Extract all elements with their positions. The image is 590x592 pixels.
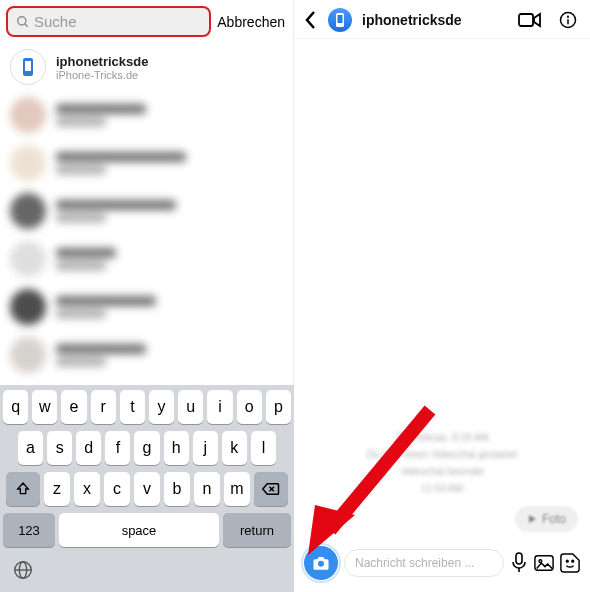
key-shift[interactable] <box>6 472 40 506</box>
key-o[interactable]: o <box>237 390 262 424</box>
svg-rect-3 <box>25 61 31 71</box>
key-e[interactable]: e <box>61 390 86 424</box>
search-header: Abbrechen <box>0 0 293 43</box>
key-u[interactable]: u <box>178 390 203 424</box>
system-message: Videochat beendet <box>400 466 483 477</box>
contact-row-blurred <box>0 331 293 379</box>
timestamp: 11:53 AM <box>421 483 463 494</box>
key-space[interactable]: space <box>59 513 219 547</box>
chat-pane: iphonetricksde 26. Februar, 8:16 AM Du h… <box>294 0 590 592</box>
key-v[interactable]: v <box>134 472 160 506</box>
key-a[interactable]: a <box>18 431 43 465</box>
contact-row[interactable]: iphonetricksde iPhone-Tricks.de <box>0 43 293 91</box>
key-b[interactable]: b <box>164 472 190 506</box>
key-q[interactable]: q <box>3 390 28 424</box>
svg-rect-11 <box>519 14 533 26</box>
svg-marker-12 <box>534 14 540 26</box>
globe-icon[interactable] <box>11 558 35 582</box>
gallery-icon[interactable] <box>534 554 554 572</box>
key-d[interactable]: d <box>76 431 101 465</box>
key-numbers[interactable]: 123 <box>3 513 55 547</box>
key-t[interactable]: t <box>120 390 145 424</box>
key-x[interactable]: x <box>74 472 100 506</box>
key-y[interactable]: y <box>149 390 174 424</box>
key-l[interactable]: l <box>251 431 276 465</box>
microphone-icon[interactable] <box>510 552 528 574</box>
info-icon[interactable] <box>558 10 578 30</box>
key-k[interactable]: k <box>222 431 247 465</box>
key-z[interactable]: z <box>44 472 70 506</box>
svg-line-1 <box>25 23 28 26</box>
key-r[interactable]: r <box>91 390 116 424</box>
chat-title[interactable]: iphonetricksde <box>362 12 508 28</box>
key-w[interactable]: w <box>32 390 57 424</box>
message-placeholder: Nachricht schreiben ... <box>355 556 474 570</box>
svg-point-0 <box>18 16 26 24</box>
search-icon <box>16 15 30 29</box>
search-input[interactable] <box>34 13 201 30</box>
message-input[interactable]: Nachricht schreiben ... <box>344 549 504 577</box>
avatar <box>10 49 46 85</box>
foto-label: Foto <box>542 512 566 526</box>
system-message: Du hast einen Videochat gestartet <box>367 449 517 460</box>
key-p[interactable]: p <box>266 390 291 424</box>
video-call-icon[interactable] <box>518 11 542 29</box>
key-m[interactable]: m <box>224 472 250 506</box>
svg-point-22 <box>566 560 568 562</box>
contact-row-blurred <box>0 235 293 283</box>
chat-header: iphonetricksde <box>294 0 590 39</box>
foto-pill[interactable]: Foto <box>515 506 578 532</box>
svg-marker-16 <box>529 515 536 523</box>
timestamp: 26. Februar, 8:16 AM <box>395 432 488 443</box>
key-return[interactable]: return <box>223 513 291 547</box>
svg-rect-10 <box>338 15 343 23</box>
search-pane: Abbrechen iphonetricksde iPhone-Tricks.d… <box>0 0 294 592</box>
key-g[interactable]: g <box>134 431 159 465</box>
key-backspace[interactable] <box>254 472 288 506</box>
key-s[interactable]: s <box>47 431 72 465</box>
search-field[interactable] <box>6 6 211 37</box>
key-h[interactable]: h <box>164 431 189 465</box>
back-icon[interactable] <box>304 10 318 30</box>
camera-button[interactable] <box>304 546 338 580</box>
key-c[interactable]: c <box>104 472 130 506</box>
contact-sub: iPhone-Tricks.de <box>56 69 148 81</box>
conversation-body: 26. Februar, 8:16 AM Du hast einen Video… <box>294 39 590 538</box>
contact-row-blurred <box>0 139 293 187</box>
contact-row-blurred <box>0 283 293 331</box>
cancel-button[interactable]: Abbrechen <box>217 14 285 30</box>
composer: Nachricht schreiben ... <box>294 538 590 592</box>
key-f[interactable]: f <box>105 431 130 465</box>
contact-name: iphonetricksde <box>56 54 148 69</box>
key-i[interactable]: i <box>207 390 232 424</box>
key-n[interactable]: n <box>194 472 220 506</box>
sticker-icon[interactable] <box>560 553 580 573</box>
contact-info: iphonetricksde iPhone-Tricks.de <box>56 54 148 81</box>
chat-avatar[interactable] <box>328 8 352 32</box>
keyboard: q w e r t y u i o p a s d f g h j k l <box>0 385 294 592</box>
contact-row-blurred <box>0 91 293 139</box>
contact-row-blurred <box>0 187 293 235</box>
key-j[interactable]: j <box>193 431 218 465</box>
svg-point-23 <box>572 560 574 562</box>
svg-rect-18 <box>516 553 522 564</box>
svg-point-14 <box>568 16 569 17</box>
